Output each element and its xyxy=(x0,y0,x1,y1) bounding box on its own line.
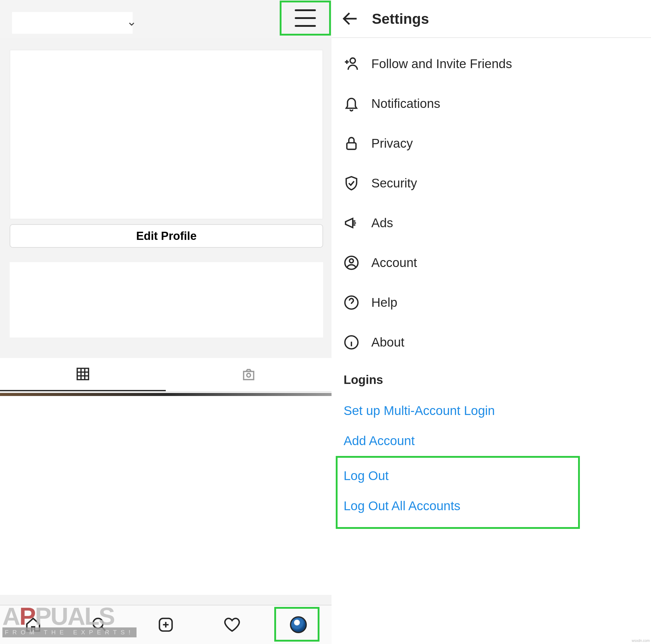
menu-security[interactable]: Security xyxy=(344,163,639,203)
back-button[interactable] xyxy=(341,9,360,28)
svg-rect-4 xyxy=(347,143,356,150)
story-highlights-area xyxy=(10,262,323,338)
menu-label: Notifications xyxy=(371,96,440,111)
menu-label: Help xyxy=(371,295,397,310)
menu-label: About xyxy=(371,335,404,349)
menu-privacy[interactable]: Privacy xyxy=(344,124,639,163)
hamburger-menu-button[interactable] xyxy=(280,1,331,36)
tagged-icon xyxy=(241,367,256,382)
highlight-logout-box: Log Out Log Out All Accounts xyxy=(336,456,580,529)
watermark: APPUALS FROM THE EXPERTS! xyxy=(2,602,136,637)
link-add-account[interactable]: Add Account xyxy=(344,426,639,456)
page-title: Settings xyxy=(372,10,429,27)
account-circle-icon xyxy=(344,255,359,271)
posts-grid[interactable] xyxy=(0,393,332,595)
account-switcher[interactable] xyxy=(12,12,133,34)
menu-account[interactable]: Account xyxy=(344,243,639,283)
link-log-out-all[interactable]: Log Out All Accounts xyxy=(344,491,572,521)
profile-header-area xyxy=(10,50,323,219)
arrow-left-icon xyxy=(341,9,360,28)
svg-point-3 xyxy=(350,58,355,63)
svg-point-0 xyxy=(247,373,251,377)
watermark-tagline: FROM THE EXPERTS! xyxy=(2,627,136,637)
megaphone-icon xyxy=(344,215,359,231)
menu-label: Account xyxy=(371,255,417,270)
nav-new-post[interactable] xyxy=(157,616,174,633)
tab-tagged[interactable] xyxy=(166,358,332,391)
tab-posts-grid[interactable] xyxy=(0,358,166,391)
info-circle-icon xyxy=(344,335,359,350)
highlight-profile-tab xyxy=(274,607,319,642)
follow-invite-icon xyxy=(344,56,359,72)
help-circle-icon xyxy=(344,295,359,310)
link-setup-multi-account[interactable]: Set up Multi-Account Login xyxy=(344,396,639,426)
heart-icon xyxy=(224,616,241,633)
credit-text: wsxdn.com xyxy=(632,639,650,643)
menu-follow-invite[interactable]: Follow and Invite Friends xyxy=(344,44,639,84)
edit-profile-button[interactable]: Edit Profile xyxy=(10,224,323,248)
menu-label: Security xyxy=(371,176,417,190)
hamburger-icon xyxy=(295,6,316,30)
menu-label: Follow and Invite Friends xyxy=(371,57,512,71)
menu-help[interactable]: Help xyxy=(344,283,639,323)
menu-ads[interactable]: Ads xyxy=(344,203,639,243)
menu-label: Ads xyxy=(371,216,393,230)
shield-check-icon xyxy=(344,175,359,191)
logins-heading: Logins xyxy=(344,373,639,387)
plus-square-icon xyxy=(157,616,174,633)
menu-label: Privacy xyxy=(371,136,413,151)
lock-icon xyxy=(344,135,359,151)
menu-notifications[interactable]: Notifications xyxy=(344,84,639,124)
grid-icon xyxy=(75,366,90,381)
bell-icon xyxy=(344,96,359,112)
link-log-out[interactable]: Log Out xyxy=(344,461,572,491)
menu-about[interactable]: About xyxy=(344,323,639,362)
svg-point-6 xyxy=(350,259,353,263)
chevron-down-icon[interactable]: ⌄ xyxy=(127,14,137,28)
nav-activity[interactable] xyxy=(224,616,241,633)
